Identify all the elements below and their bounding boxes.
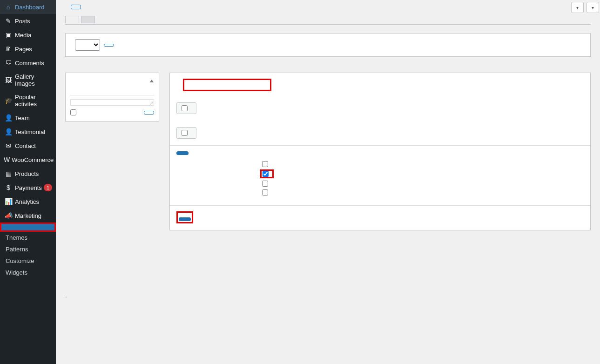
sidebar-item-pages[interactable]: 🗎Pages	[0, 42, 56, 56]
menu-icon: 🗨	[4, 59, 13, 67]
sidebar-item-products[interactable]: ▦Products	[0, 167, 56, 181]
tab-edit-menus[interactable]	[65, 16, 79, 23]
sidebar-label: Comments	[15, 60, 52, 67]
menu-icon: 📊	[4, 198, 13, 205]
sidebar-label: Popular activites	[15, 94, 52, 108]
bulk-checkbox[interactable]	[182, 105, 188, 111]
help-btn[interactable]	[587, 2, 599, 13]
loc-left[interactable]	[260, 180, 274, 187]
instructions	[170, 97, 590, 102]
sidebar-label: Payments	[15, 184, 44, 191]
menu-icon: 📣	[4, 212, 13, 219]
sidebar-label: Gallery Images	[15, 73, 52, 87]
loc-right-checkbox[interactable]	[262, 189, 268, 195]
menu-name-input[interactable]	[183, 79, 271, 91]
sidebar-label: Posts	[15, 18, 52, 25]
loc-left-checkbox[interactable]	[262, 181, 268, 187]
sidebar-item-contact[interactable]: ✉Contact	[0, 139, 56, 153]
menu-select[interactable]	[75, 39, 100, 51]
menu-icon: ✎	[4, 17, 13, 25]
select-btn[interactable]	[104, 44, 114, 47]
sidebar-label: Contact	[15, 142, 52, 149]
sidebar-label: Dashboard	[15, 4, 52, 11]
submenu-widgets[interactable]: Widgets	[0, 267, 56, 278]
menu-icon: 🎓	[4, 97, 13, 104]
live-preview-btn[interactable]	[71, 5, 81, 9]
collapse-menu[interactable]	[0, 278, 56, 285]
loc-right[interactable]	[260, 189, 274, 196]
auto-add-opt[interactable]	[260, 161, 273, 168]
caret-up-icon: ▴	[150, 78, 154, 84]
sidebar-item-testimonial[interactable]: 👤Testimonial	[0, 125, 56, 139]
sidebar-item-team[interactable]: 👤Team	[0, 111, 56, 125]
sidebar-item-payments[interactable]: $Payments1	[0, 181, 56, 195]
loc-primary-checkbox[interactable]	[263, 171, 269, 177]
menu-icon: W	[4, 156, 10, 163]
menu-icon: 🖼	[4, 76, 13, 84]
sidebar-item-media[interactable]: ▣Media	[0, 28, 56, 42]
save-menu-btn-bottom[interactable]	[179, 217, 191, 221]
sidebar-item-analytics[interactable]: 📊Analytics	[0, 195, 56, 209]
submenu-themes[interactable]: Themes	[0, 232, 56, 243]
menu-icon: ⌂	[4, 3, 13, 11]
sidebar-label: Analytics	[15, 198, 52, 205]
add-to-menu-btn[interactable]	[144, 111, 154, 115]
menu-icon: ✉	[4, 142, 13, 149]
bulk-checkbox-2[interactable]	[182, 130, 188, 136]
select-all-checkbox[interactable]	[70, 109, 76, 115]
sidebar-label: Testimonial	[15, 128, 52, 135]
menu-icon: 👤	[4, 128, 13, 135]
sidebar-item-appearance[interactable]	[0, 222, 56, 232]
accordion-pages[interactable]: ▴	[66, 73, 159, 88]
submenu-customize[interactable]: Customize	[0, 255, 56, 267]
sidebar-label: Media	[15, 32, 52, 39]
sidebar-item-woocommerce[interactable]: WWooCommerce	[0, 153, 56, 167]
badge: 1	[44, 184, 52, 191]
loc-primary[interactable]	[260, 169, 274, 178]
sidebar-label: Marketing	[15, 212, 52, 219]
screen-options-btn[interactable]	[571, 2, 584, 13]
save-menu-btn-top[interactable]	[176, 151, 189, 155]
submenu-patterns[interactable]: Patterns	[0, 243, 56, 255]
sidebar-label: Pages	[15, 46, 52, 53]
menu-icon: $	[4, 184, 13, 191]
sidebar-label: WooCommerce	[12, 156, 54, 163]
sidebar-item-marketing[interactable]: 📣Marketing	[0, 209, 56, 222]
select-all[interactable]	[70, 109, 79, 115]
auto-add-checkbox[interactable]	[262, 161, 268, 167]
sidebar-item-gallery-images[interactable]: 🖼Gallery Images	[0, 70, 56, 90]
tab-manage-locations[interactable]	[81, 16, 95, 23]
sidebar-item-popular-activites[interactable]: 🎓Popular activites	[0, 90, 56, 111]
sidebar-item-dashboard[interactable]: ⌂Dashboard	[0, 0, 56, 14]
sidebar-item-posts[interactable]: ✎Posts	[0, 14, 56, 28]
sidebar-label: Team	[15, 115, 52, 121]
menu-icon: 👤	[4, 114, 13, 121]
sidebar-label: Products	[15, 170, 52, 177]
bulk-select-top[interactable]	[176, 102, 196, 114]
sidebar-item-comments[interactable]: 🗨Comments	[0, 56, 56, 70]
menu-icon: ▣	[4, 31, 13, 39]
bulk-select-bottom[interactable]	[176, 127, 196, 139]
menu-icon: 🗎	[4, 45, 13, 53]
menu-icon: ▦	[4, 170, 13, 177]
